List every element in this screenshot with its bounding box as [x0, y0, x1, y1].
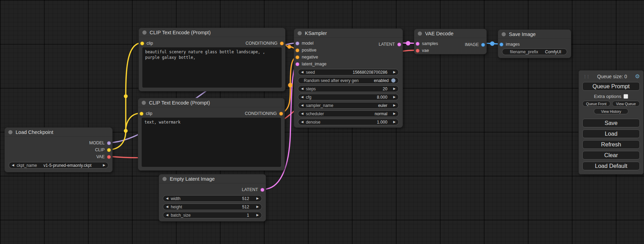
view-queue-button[interactable]: View Queue	[612, 101, 640, 107]
node-titlebar[interactable]: Empty Latent Image	[159, 174, 266, 183]
decrement-arrow-icon[interactable]: ◀	[301, 96, 303, 99]
increment-arrow-icon[interactable]: ▶	[393, 120, 396, 124]
collapse-dot-icon[interactable]	[8, 130, 12, 134]
negative-prompt-textarea[interactable]: text, watermark	[142, 118, 281, 167]
node-titlebar[interactable]: CLIP Text Encode (Prompt)	[138, 98, 284, 107]
decrement-arrow-icon[interactable]: ◀	[12, 164, 14, 167]
increment-arrow-icon[interactable]: ▶	[393, 96, 396, 99]
node-load-checkpoint[interactable]: Load Checkpoint MODEL CLIP VAE ◀ ckpt_na…	[5, 127, 113, 172]
increment-arrow-icon[interactable]: ▶	[393, 87, 396, 90]
output-port-conditioning[interactable]: CONDITIONING	[245, 111, 283, 116]
collapse-dot-icon[interactable]	[142, 30, 147, 35]
node-titlebar[interactable]: KSampler	[294, 29, 403, 38]
decrement-arrow-icon[interactable]: ◀	[301, 71, 303, 74]
input-port-images[interactable]: images	[500, 41, 570, 48]
output-port-image[interactable]: IMAGE	[465, 42, 485, 47]
node-titlebar[interactable]: VAE Decode	[414, 29, 486, 38]
steps-widget[interactable]: ◀ steps 20 ▶	[298, 85, 399, 92]
sampler-name-widget[interactable]: ◀ sampler_name euler ▶	[298, 102, 399, 109]
collapse-dot-icon[interactable]	[142, 101, 146, 105]
conditioning-port-dot[interactable]	[279, 112, 283, 116]
conditioning-port-dot[interactable]	[295, 48, 299, 52]
node-graph-canvas[interactable]: Load Checkpoint MODEL CLIP VAE ◀ ckpt_na…	[0, 0, 644, 244]
image-port-dot[interactable]	[481, 43, 485, 47]
conditioning-port-dot[interactable]	[280, 42, 284, 45]
clip-port-dot[interactable]	[140, 112, 143, 116]
input-port-vae[interactable]: vae	[416, 47, 485, 54]
input-port-latent-image[interactable]: latent_image	[295, 61, 401, 67]
increment-arrow-icon[interactable]: ▶	[256, 197, 259, 200]
queue-prompt-button[interactable]: Queue Prompt	[582, 82, 640, 91]
input-port-clip[interactable]: clip	[140, 111, 152, 116]
input-port-negative[interactable]: negative	[295, 54, 401, 61]
drag-handle-icon[interactable]: ⋮⋮	[583, 74, 589, 79]
positive-prompt-textarea[interactable]: beautiful scenery nature glass bottle la…	[142, 47, 282, 88]
output-port-conditioning[interactable]: CONDITIONING	[246, 41, 284, 46]
latent-port-dot[interactable]	[295, 62, 299, 66]
node-vae-decode[interactable]: VAE Decode samples vae IMAGE	[414, 29, 487, 54]
model-port-dot[interactable]	[295, 42, 299, 45]
collapse-dot-icon[interactable]	[298, 31, 302, 35]
output-port-latent[interactable]: LATENT	[379, 42, 401, 47]
filename-prefix-widget[interactable]: filename_prefix ComfyUI	[502, 48, 567, 55]
increment-arrow-icon[interactable]: ▶	[393, 71, 396, 74]
input-port-clip[interactable]: clip	[140, 41, 153, 46]
node-titlebar[interactable]: Save Image	[498, 30, 571, 39]
decrement-arrow-icon[interactable]: ◀	[301, 112, 303, 115]
input-port-positive[interactable]: positive	[295, 47, 401, 54]
collapse-dot-icon[interactable]	[162, 177, 167, 181]
settings-gear-icon[interactable]: ⚙	[635, 74, 640, 79]
output-port-clip[interactable]: CLIP	[6, 146, 111, 153]
increment-arrow-icon[interactable]: ▶	[393, 104, 396, 107]
node-titlebar[interactable]: Load Checkpoint	[5, 128, 112, 137]
latent-port-dot[interactable]	[261, 188, 264, 192]
random-seed-toggle-widget[interactable]: Random seed after every gen enabled	[298, 77, 399, 84]
latent-port-dot[interactable]	[416, 42, 420, 46]
height-widget[interactable]: ◀ height 512 ▶	[163, 204, 262, 210]
clip-port-dot[interactable]	[140, 42, 144, 45]
load-default-button[interactable]: Load Default	[582, 162, 640, 170]
toggle-knob-icon[interactable]	[391, 78, 396, 83]
node-ksampler[interactable]: KSampler model positive negative lat	[294, 28, 403, 128]
clip-port-dot[interactable]	[107, 148, 111, 152]
decrement-arrow-icon[interactable]: ◀	[301, 120, 303, 124]
image-port-dot[interactable]	[500, 43, 503, 46]
queue-front-button[interactable]: Queue Front	[582, 101, 610, 107]
vae-port-dot[interactable]	[107, 155, 111, 159]
decrement-arrow-icon[interactable]: ◀	[166, 205, 168, 208]
clear-button[interactable]: Clear	[582, 151, 640, 160]
comfy-menu-panel[interactable]: ⋮⋮ Queue size: 0 ⚙ Queue Prompt Extra op…	[579, 70, 644, 174]
node-clip-text-encode-positive[interactable]: CLIP Text Encode (Prompt) clip CONDITION…	[139, 28, 285, 91]
model-port-dot[interactable]	[107, 141, 111, 145]
output-port-vae[interactable]: VAE	[6, 153, 111, 160]
decrement-arrow-icon[interactable]: ◀	[301, 104, 303, 107]
denoise-widget[interactable]: ◀ denoise 1.000 ▶	[298, 119, 399, 125]
node-empty-latent-image[interactable]: Empty Latent Image LATENT ◀ width 512 ▶ …	[159, 174, 266, 222]
conditioning-port-dot[interactable]	[295, 55, 299, 59]
increment-arrow-icon[interactable]: ▶	[256, 205, 259, 208]
node-clip-text-encode-negative[interactable]: CLIP Text Encode (Prompt) clip CONDITION…	[138, 98, 285, 171]
batch-size-widget[interactable]: ◀ batch_size 1 ▶	[163, 212, 262, 218]
refresh-button[interactable]: Refresh	[582, 140, 640, 149]
width-widget[interactable]: ◀ width 512 ▶	[163, 195, 262, 202]
extra-options-checkbox[interactable]	[624, 94, 628, 99]
node-save-image[interactable]: Save Image images filename_prefix ComfyU…	[498, 29, 571, 58]
vae-port-dot[interactable]	[416, 49, 420, 53]
latent-port-dot[interactable]	[397, 43, 401, 46]
view-history-button[interactable]: View History	[594, 108, 628, 114]
increment-arrow-icon[interactable]: ▶	[256, 214, 259, 217]
cfg-widget[interactable]: ◀ cfg 8.000 ▶	[298, 94, 399, 100]
load-button[interactable]: Load	[582, 129, 640, 138]
increment-arrow-icon[interactable]: ▶	[393, 112, 396, 115]
decrement-arrow-icon[interactable]: ◀	[166, 214, 168, 217]
collapse-dot-icon[interactable]	[418, 31, 422, 36]
collapse-dot-icon[interactable]	[502, 32, 506, 36]
output-port-model[interactable]: MODEL	[6, 139, 111, 146]
output-port-latent[interactable]: LATENT	[242, 187, 264, 192]
decrement-arrow-icon[interactable]: ◀	[301, 87, 303, 90]
increment-arrow-icon[interactable]: ▶	[103, 164, 105, 167]
node-titlebar[interactable]: CLIP Text Encode (Prompt)	[139, 28, 285, 37]
ckpt-name-widget[interactable]: ◀ ckpt_name v1-5-pruned-emaonly.ckpt ▶	[9, 162, 108, 169]
scheduler-widget[interactable]: ◀ scheduler normal ▶	[298, 110, 399, 117]
decrement-arrow-icon[interactable]: ◀	[166, 197, 168, 200]
